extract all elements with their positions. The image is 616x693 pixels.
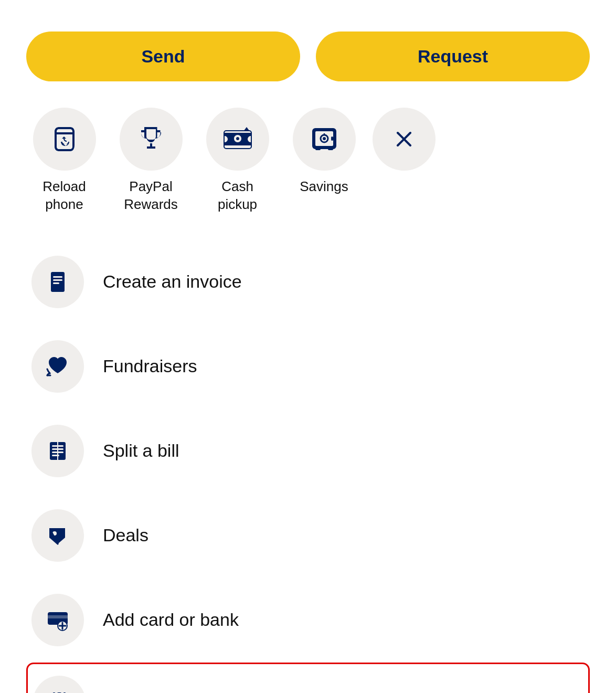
create-invoice-label: Create an invoice <box>103 271 242 292</box>
paypal-rewards-label: PayPalRewards <box>124 178 178 214</box>
svg-rect-16 <box>53 279 62 281</box>
svg-rect-10 <box>328 148 333 150</box>
quick-action-paypal-rewards[interactable]: PayPalRewards <box>113 108 189 214</box>
svg-rect-26 <box>48 615 68 618</box>
deals-circle <box>31 509 84 562</box>
svg-rect-9 <box>315 148 321 150</box>
phone-reload-icon <box>50 125 79 153</box>
svg-rect-11 <box>331 136 333 141</box>
close-circle <box>373 108 436 171</box>
split-bill-circle <box>31 425 84 477</box>
crypto-circle <box>33 676 86 693</box>
cash-pickup-label: Cashpickup <box>218 178 257 214</box>
invoice-icon <box>46 270 70 294</box>
deals-icon <box>45 523 70 548</box>
fundraisers-label: Fundraisers <box>103 356 197 376</box>
deals-label: Deals <box>103 525 148 545</box>
list-item-create-invoice[interactable]: Create an invoice <box>26 240 590 324</box>
quick-action-reload-phone[interactable]: Reloadphone <box>26 108 102 214</box>
request-button[interactable]: Request <box>316 32 590 81</box>
svg-rect-17 <box>53 282 59 284</box>
fundraisers-circle <box>31 340 84 393</box>
crypto-icon <box>47 689 72 693</box>
cash-pickup-circle <box>206 108 269 171</box>
svg-point-7 <box>323 137 326 140</box>
safe-icon <box>310 125 338 153</box>
svg-rect-14 <box>51 272 65 292</box>
close-icon <box>394 129 415 150</box>
split-bill-label: Split a bill <box>103 440 179 461</box>
list-item-deals[interactable]: Deals <box>26 494 590 578</box>
list-section: Create an invoice Fundraisers Spli <box>26 240 590 693</box>
send-button[interactable]: Send <box>26 32 300 81</box>
reload-phone-label: Reloadphone <box>43 178 86 214</box>
list-item-fundraisers[interactable]: Fundraisers <box>26 324 590 409</box>
add-card-circle <box>31 594 84 646</box>
quick-action-savings[interactable]: Savings <box>286 108 362 196</box>
list-item-split-bill[interactable]: Split a bill <box>26 409 590 494</box>
invoice-circle <box>31 256 84 308</box>
quick-action-close[interactable] <box>373 108 436 171</box>
savings-label: Savings <box>300 178 348 196</box>
list-item-add-card[interactable]: Add card or bank <box>26 578 590 663</box>
svg-rect-15 <box>53 276 62 278</box>
add-card-label: Add card or bank <box>103 610 239 630</box>
list-item-crypto[interactable]: Crypto <box>26 663 590 693</box>
quick-action-cash-pickup[interactable]: Cashpickup <box>199 108 275 214</box>
cash-pickup-icon <box>222 126 253 152</box>
savings-circle <box>293 108 356 171</box>
paypal-rewards-circle <box>120 108 183 171</box>
top-actions-container: Send Request <box>26 32 590 81</box>
fundraisers-icon <box>45 353 71 380</box>
trophy-icon <box>137 125 165 153</box>
reload-phone-circle <box>33 108 96 171</box>
split-bill-icon <box>46 439 70 463</box>
add-card-icon <box>45 607 71 633</box>
quick-actions-row: Reloadphone PayPalRewards Cashpickup <box>26 108 590 214</box>
